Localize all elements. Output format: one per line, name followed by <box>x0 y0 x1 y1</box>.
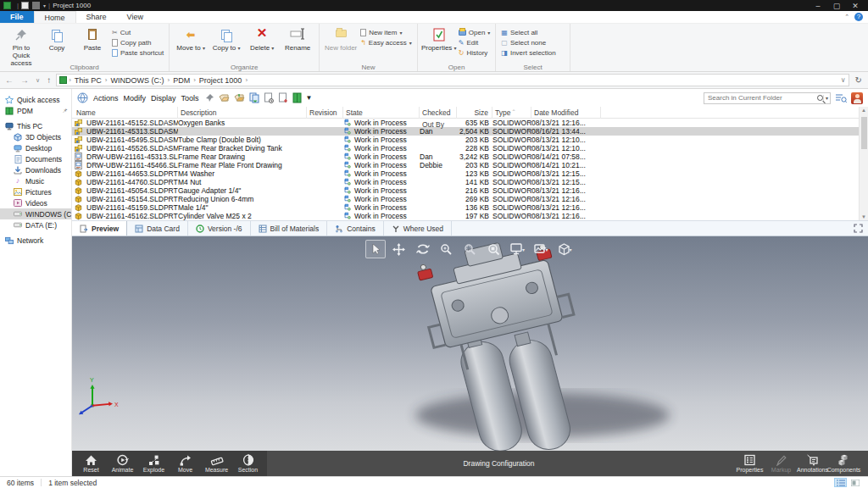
rotate-tool[interactable] <box>413 240 433 258</box>
tab-version[interactable]: Version -/6 <box>188 221 251 236</box>
invert-selection-button[interactable]: ◨Invert selection <box>499 48 557 58</box>
table-row[interactable]: DRW-UBW-21161-45466.SLDDRWFrame Rear Pla… <box>72 161 868 169</box>
search-dropdown-icon[interactable]: ▾ <box>823 95 828 101</box>
folder-icon[interactable] <box>32 2 40 9</box>
refresh-icon[interactable]: ↻ <box>853 75 865 85</box>
sidebar-item-pictures[interactable]: Pictures <box>0 186 71 197</box>
copy-to-button[interactable]: Copy to ▾ <box>209 25 244 53</box>
column-type[interactable]: ⌃Type <box>492 107 531 119</box>
animate-button[interactable]: Animate <box>107 451 138 476</box>
breadcrumb-item[interactable]: PDM <box>171 76 192 85</box>
search-input[interactable] <box>708 94 817 102</box>
search-icon[interactable] <box>817 95 823 101</box>
sidebar-item-videos[interactable]: Videos <box>0 197 71 208</box>
column-description[interactable]: Description <box>178 107 307 119</box>
close-button[interactable]: ✕ <box>846 2 865 10</box>
sidebar-item-data-e[interactable]: DATA (E:) <box>0 219 71 230</box>
icons-view-button[interactable] <box>849 478 861 487</box>
table-row[interactable]: UBW-21161-45313.SLDASMWork in ProcessDan… <box>72 127 868 136</box>
breadcrumb-separator-icon[interactable]: › <box>167 76 170 84</box>
recent-locations-icon[interactable]: ∨ <box>34 77 42 84</box>
tab-file[interactable]: File <box>0 11 34 23</box>
move-to-button[interactable]: ⬅ Move to ▾ <box>173 25 209 53</box>
column-state[interactable]: State <box>343 107 420 119</box>
table-row[interactable]: UBW-21161-45162.SLDPRTCylinder Valve M25… <box>72 212 868 220</box>
select-none-button[interactable]: ▢Select none <box>499 38 557 47</box>
back-button[interactable]: ← <box>3 75 15 85</box>
breadcrumb-separator-icon[interactable]: › <box>105 76 108 84</box>
column-size[interactable]: Size <box>457 107 492 119</box>
tab-preview[interactable]: Preview <box>72 221 127 236</box>
reset-button[interactable]: Reset <box>75 451 107 476</box>
annotations-button[interactable]: Annotations <box>797 451 828 476</box>
easy-access-button[interactable]: ↰Easy access▾ <box>359 38 414 47</box>
display-style-dropdown[interactable]: ▾ <box>508 240 528 258</box>
history-button[interactable]: ↻History <box>457 48 492 58</box>
check-out-icon[interactable] <box>219 93 230 103</box>
orientation-dropdown[interactable]: ▾ <box>555 240 576 258</box>
properties-panel-button[interactable]: Properties <box>734 451 765 476</box>
menu-modify[interactable]: Modify <box>124 94 147 103</box>
menu-display[interactable]: Display <box>151 94 176 103</box>
properties-button[interactable]: Properties ▾ <box>421 25 457 53</box>
delete-button[interactable]: ✕ Delete ▾ <box>244 25 280 53</box>
breadcrumb-item[interactable]: This PC <box>73 76 103 85</box>
preview-viewport[interactable]: Y X ▾ ▾ <box>72 236 868 451</box>
tab-data-card[interactable]: Data Card <box>127 221 188 236</box>
table-row[interactable]: UBW-21161-45154.SLDPRTReducing Union 6-4… <box>72 195 868 203</box>
edit-button[interactable]: ✎Edit <box>457 38 492 47</box>
zoom-in-out-tool[interactable] <box>437 240 457 258</box>
pan-tool[interactable] <box>389 240 409 258</box>
tab-view[interactable]: View <box>117 11 153 23</box>
sidebar-item-this-pc[interactable]: This PC <box>0 120 71 131</box>
new-item-button[interactable]: New item▾ <box>359 28 414 37</box>
select-all-button[interactable]: ▦Select all <box>499 28 557 37</box>
forward-button[interactable]: → <box>19 75 31 85</box>
pin-icon[interactable] <box>204 93 214 103</box>
sidebar-item-network[interactable]: Network <box>0 235 71 246</box>
table-row[interactable]: UBW-21161-45526.SLDASMFrame Rear Bracket… <box>72 144 868 152</box>
pin-to-quick-access-button[interactable]: Pin to Quick access <box>3 25 39 67</box>
search-options-icon[interactable] <box>835 93 847 103</box>
column-checked-out-by[interactable]: Checked Out By <box>420 107 457 119</box>
chevron-down-icon[interactable]: ▾ <box>43 3 46 8</box>
table-row[interactable]: UBW-21161-44760.SLDPRTM4 NutWork in Proc… <box>72 178 868 186</box>
zoom-area-tool[interactable] <box>460 240 481 258</box>
components-button[interactable]: Components <box>828 451 860 476</box>
sidebar-item-3d-objects[interactable]: 3D Objects <box>0 131 71 142</box>
column-name[interactable]: Name <box>74 107 178 119</box>
column-revision[interactable]: Revision <box>307 107 343 119</box>
quick-access-toolbar-icon[interactable] <box>21 2 29 9</box>
configuration-label[interactable]: Drawing Configuration <box>267 451 731 476</box>
sidebar-item-pdm[interactable]: PDM📌︎ <box>0 105 71 116</box>
address-input[interactable]: › This PC›WINDOWS (C:)›PDM›Project 1000›… <box>56 74 849 86</box>
new-document-icon[interactable] <box>278 92 288 103</box>
new-folder-button[interactable]: New folder <box>323 25 359 53</box>
tab-home[interactable]: Home <box>34 11 76 23</box>
collapse-ribbon-icon[interactable]: ⌃ <box>844 14 849 20</box>
tab-bill-of-materials[interactable]: Bill of Materials <box>251 221 328 236</box>
paste-button[interactable]: Paste <box>75 25 110 53</box>
table-row[interactable]: DRW-UBW-21161-45313.SLDDRWFrame Rear Dra… <box>72 152 868 161</box>
zoom-fit-tool[interactable] <box>484 240 504 258</box>
measure-button[interactable]: Measure <box>201 451 232 476</box>
tab-where-used[interactable]: Where Used <box>384 221 452 236</box>
scene-dropdown[interactable]: ▾ <box>531 240 552 258</box>
address-dropdown-icon[interactable]: ∨ <box>841 76 846 84</box>
toolbar-overflow-icon[interactable]: ▼ <box>306 94 313 102</box>
open-button[interactable]: Open▾ <box>457 28 492 37</box>
breadcrumb-item[interactable]: WINDOWS (C:) <box>108 76 165 85</box>
table-row[interactable]: UBW-21161-44653.SLDPRTM4 WasherWork in P… <box>72 169 868 178</box>
breadcrumb-separator-icon[interactable]: › <box>193 76 196 84</box>
explode-button[interactable]: Explode <box>138 451 170 476</box>
scroll-up-icon[interactable]: ▲ <box>860 108 868 113</box>
vault-view-icon[interactable] <box>292 92 302 103</box>
table-row[interactable]: UBW-21161-45495.SLDASMTube Clamp (Double… <box>72 136 868 144</box>
sidebar-item-windows-c[interactable]: WINDOWS (C:) <box>0 208 71 219</box>
copy-button[interactable]: Copy <box>39 25 75 53</box>
up-button[interactable]: ↑ <box>45 75 53 85</box>
sidebar-item-documents[interactable]: Documents <box>0 153 71 164</box>
table-row[interactable]: UBW-21161-45152.SLDASMOxygen BanksWork i… <box>72 119 868 127</box>
document-version-icon[interactable] <box>264 92 274 103</box>
sidebar-item-music[interactable]: ♪Music <box>0 175 71 186</box>
